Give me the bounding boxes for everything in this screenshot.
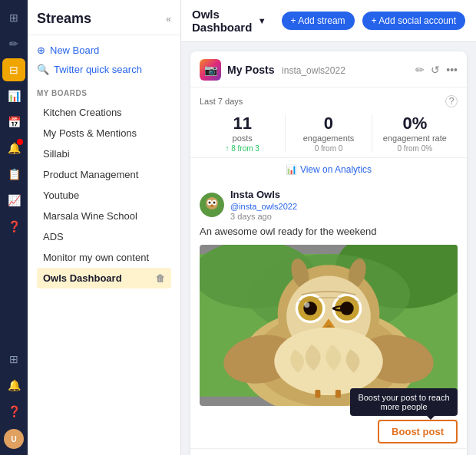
boost-post-button[interactable]: Boost post — [378, 420, 458, 443]
sidebar: Streams « ⊕ New Board 🔍 Twitter quick se… — [28, 0, 181, 455]
user-avatar[interactable]: U — [4, 429, 24, 449]
post-card-actions: ✏ ↺ ••• — [415, 64, 458, 76]
stat-eng-value: 0 — [286, 114, 371, 134]
dashboard-title[interactable]: Owls Dashboard ▼ — [192, 8, 266, 34]
stat-engagement-rate: 0% engagement rate 0 from 0% — [372, 114, 458, 153]
add-stream-button[interactable]: + Add stream — [282, 12, 355, 30]
stat-posts-label: posts — [200, 134, 285, 143]
stat-rate-label: engagement rate — [372, 134, 458, 143]
stat-rate-value: 0% — [372, 114, 458, 134]
svg-rect-29 — [315, 390, 320, 398]
svg-point-4 — [209, 202, 211, 204]
stat-posts-change: ↑ 8 from 3 — [200, 144, 285, 153]
notification-icon[interactable]: 🔔 — [2, 137, 25, 160]
post-content: Insta Owls @insta_owls2022 3 days ago An… — [190, 181, 467, 414]
author-name: Insta Owls — [230, 189, 297, 200]
sidebar-item-monitor[interactable]: Monitor my own content — [37, 247, 171, 268]
add-social-button[interactable]: + Add social account — [362, 12, 465, 30]
post-image — [200, 245, 458, 406]
help-icon[interactable]: ❓ — [2, 215, 25, 238]
chevron-down-icon: ▼ — [258, 16, 266, 25]
topbar: Owls Dashboard ▼ + Add stream + Add soci… — [181, 0, 476, 42]
trash-icon[interactable]: 🗑 — [156, 273, 165, 284]
analytics-link[interactable]: 📊 View on Analytics — [190, 157, 467, 181]
stat-eng-label: engagements — [286, 134, 371, 143]
main-area: Owls Dashboard ▼ + Add stream + Add soci… — [181, 0, 476, 455]
chart-icon: 📊 — [286, 164, 297, 175]
sidebar-item-sillabi[interactable]: Sillabi — [37, 143, 171, 164]
sidebar-item-kitchen-creations[interactable]: Kitchen Creations — [37, 102, 171, 123]
stat-posts: 11 posts ↑ 8 from 3 — [200, 114, 286, 153]
new-board-link[interactable]: ⊕ New Board — [37, 43, 171, 58]
sidebar-item-product-management[interactable]: Product Management — [37, 164, 171, 185]
plus-icon: ⊕ — [37, 45, 45, 56]
svg-point-5 — [213, 202, 216, 204]
sidebar-title: Streams — [37, 11, 91, 27]
svg-rect-30 — [336, 390, 341, 398]
post-time: 3 days ago — [230, 212, 297, 221]
author-avatar — [200, 193, 224, 217]
post-card-account: insta_owls2022 — [282, 65, 345, 76]
boost-area: Boost your post to reach more people Boo… — [190, 414, 467, 448]
sidebar-header: Streams « — [28, 0, 180, 35]
sidebar-item-ads[interactable]: ADS — [37, 226, 171, 247]
collapse-button[interactable]: « — [166, 14, 171, 25]
boards-section: MY BOARDS Kitchen Creations My Posts & M… — [28, 83, 180, 292]
sidebar-actions: ⊕ New Board 🔍 Twitter quick search — [28, 35, 180, 83]
sidebar-item-youtube[interactable]: Youtube — [37, 185, 171, 206]
instagram-icon: 📷 — [200, 59, 221, 81]
calendar-icon[interactable]: 📅 — [2, 110, 25, 134]
sidebar-item-my-posts[interactable]: My Posts & Mentions — [37, 123, 171, 143]
stat-engagements: 0 engagements 0 from 0 — [286, 114, 372, 153]
new-board-label: New Board — [50, 45, 99, 56]
apps-icon[interactable]: ⊞ — [2, 348, 25, 371]
post-card-name: My Posts — [227, 64, 274, 76]
refresh-icon[interactable]: ↺ — [431, 64, 440, 76]
inbox-icon[interactable]: 📋 — [2, 163, 25, 186]
stats-help-icon[interactable]: ? — [445, 95, 458, 107]
post-card: 📷 My Posts insta_owls2022 ✏ ↺ ••• Last 7… — [190, 51, 467, 455]
author-handle: @insta_owls2022 — [230, 202, 297, 211]
post-card-header: 📷 My Posts insta_owls2022 ✏ ↺ ••• — [190, 51, 467, 87]
more-icon[interactable]: ••• — [446, 64, 458, 76]
alerts-icon[interactable]: 🔔 — [2, 374, 25, 397]
icon-bar: ⊞ ✏ ⊟ 📊 📅 🔔 📋 📈 ❓ ⊞ 🔔 ❓ U — [0, 0, 28, 455]
support-icon[interactable]: ❓ — [2, 400, 25, 423]
streams-icon[interactable]: ⊟ — [2, 58, 25, 81]
compose-icon[interactable]: ✏ — [2, 32, 25, 55]
edit-icon[interactable]: ✏ — [415, 64, 425, 76]
post-author-row: Insta Owls @insta_owls2022 3 days ago — [200, 189, 458, 221]
stats-period-label: Last 7 days — [200, 97, 243, 106]
stats-row: 11 posts ↑ 8 from 3 0 engagements 0 from… — [200, 114, 458, 153]
author-info: Insta Owls @insta_owls2022 3 days ago — [230, 189, 297, 221]
search-icon: 🔍 — [37, 64, 49, 75]
sidebar-item-marsala[interactable]: Marsala Wine School — [37, 206, 171, 226]
post-footer: ♡ 💬 ••• — [190, 448, 467, 455]
boost-tooltip: Boost your post to reach more people — [350, 388, 458, 416]
stat-eng-change: 0 from 0 — [286, 144, 371, 153]
svg-point-6 — [210, 205, 213, 207]
sidebar-item-owls-dashboard[interactable]: Owls Dashboard 🗑 — [37, 268, 171, 288]
stat-posts-value: 11 — [200, 114, 285, 134]
stat-rate-change: 0 from 0% — [372, 144, 458, 153]
stats-bar: Last 7 days ? 11 posts ↑ 8 from 3 0 enga… — [190, 87, 467, 157]
post-card-title: 📷 My Posts insta_owls2022 — [200, 59, 345, 81]
svg-point-23 — [304, 302, 309, 308]
content-area: 📷 My Posts insta_owls2022 ✏ ↺ ••• Last 7… — [181, 42, 476, 455]
reports-icon[interactable]: 📈 — [2, 189, 25, 212]
quick-search-link[interactable]: 🔍 Twitter quick search — [37, 62, 171, 77]
boards-section-label: MY BOARDS — [37, 89, 171, 97]
analytics-icon[interactable]: 📊 — [2, 84, 25, 107]
home-icon[interactable]: ⊞ — [2, 6, 25, 29]
quick-search-label: Twitter quick search — [54, 64, 142, 75]
post-text: An awesome owl ready for the weekend — [200, 226, 458, 237]
